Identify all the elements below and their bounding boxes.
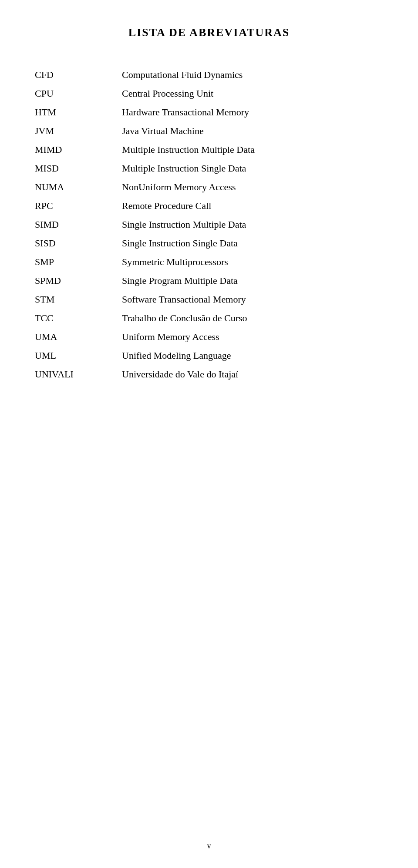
table-row: RPCRemote Procedure Call [35,196,383,215]
page-title: LISTA DE ABREVIATURAS [35,26,383,39]
abbreviation-abbr: UMA [35,327,122,346]
abbreviation-abbr: JVM [35,121,122,140]
abbreviation-definition: Java Virtual Machine [122,121,383,140]
table-row: HTMHardware Transactional Memory [35,103,383,121]
table-row: SISDSingle Instruction Single Data [35,234,383,252]
table-row: SMPSymmetric Multiprocessors [35,252,383,271]
abbreviation-definition: Unified Modeling Language [122,346,383,365]
table-row: CPUCentral Processing Unit [35,84,383,103]
abbreviation-abbr: HTM [35,103,122,121]
abbreviation-abbr: UML [35,346,122,365]
abbreviation-abbr: CFD [35,65,122,84]
abbreviation-abbr: MISD [35,159,122,178]
abbreviation-definition: Single Instruction Single Data [122,234,383,252]
table-row: JVMJava Virtual Machine [35,121,383,140]
abbreviation-definition: Uniform Memory Access [122,327,383,346]
abbreviation-definition: NonUniform Memory Access [122,178,383,196]
table-row: NUMANonUniform Memory Access [35,178,383,196]
abbreviation-abbr: CPU [35,84,122,103]
abbreviation-definition: Computational Fluid Dynamics [122,65,383,84]
page: LISTA DE ABREVIATURAS CFDComputational F… [0,0,418,868]
abbreviation-abbr: NUMA [35,178,122,196]
abbreviation-abbr: SIMD [35,215,122,234]
abbreviation-definition: Remote Procedure Call [122,196,383,215]
abbreviation-definition: Hardware Transactional Memory [122,103,383,121]
table-row: MISDMultiple Instruction Single Data [35,159,383,178]
page-footer: v [35,841,383,851]
table-row: TCCTrabalho de Conclusão de Curso [35,309,383,327]
table-row: CFDComputational Fluid Dynamics [35,65,383,84]
abbreviation-definition: Universidade do Vale do Itajaí [122,365,383,384]
abbreviation-abbr: SPMD [35,271,122,290]
table-row: UNIVALIUniversidade do Vale do Itajaí [35,365,383,384]
table-row: UMLUnified Modeling Language [35,346,383,365]
abbreviations-table: CFDComputational Fluid DynamicsCPUCentra… [35,65,383,384]
abbreviation-definition: Central Processing Unit [122,84,383,103]
abbreviation-definition: Trabalho de Conclusão de Curso [122,309,383,327]
abbreviation-abbr: SISD [35,234,122,252]
table-row: MIMDMultiple Instruction Multiple Data [35,140,383,159]
abbreviation-abbr: UNIVALI [35,365,122,384]
table-row: SIMDSingle Instruction Multiple Data [35,215,383,234]
abbreviation-abbr: TCC [35,309,122,327]
abbreviation-abbr: RPC [35,196,122,215]
abbreviation-definition: Single Instruction Multiple Data [122,215,383,234]
abbreviation-abbr: STM [35,290,122,309]
abbreviation-definition: Symmetric Multiprocessors [122,252,383,271]
abbreviation-definition: Software Transactional Memory [122,290,383,309]
abbreviation-definition: Multiple Instruction Multiple Data [122,140,383,159]
abbreviation-definition: Multiple Instruction Single Data [122,159,383,178]
abbreviation-definition: Single Program Multiple Data [122,271,383,290]
abbreviation-abbr: SMP [35,252,122,271]
table-row: STMSoftware Transactional Memory [35,290,383,309]
table-row: UMAUniform Memory Access [35,327,383,346]
abbreviation-abbr: MIMD [35,140,122,159]
table-row: SPMDSingle Program Multiple Data [35,271,383,290]
